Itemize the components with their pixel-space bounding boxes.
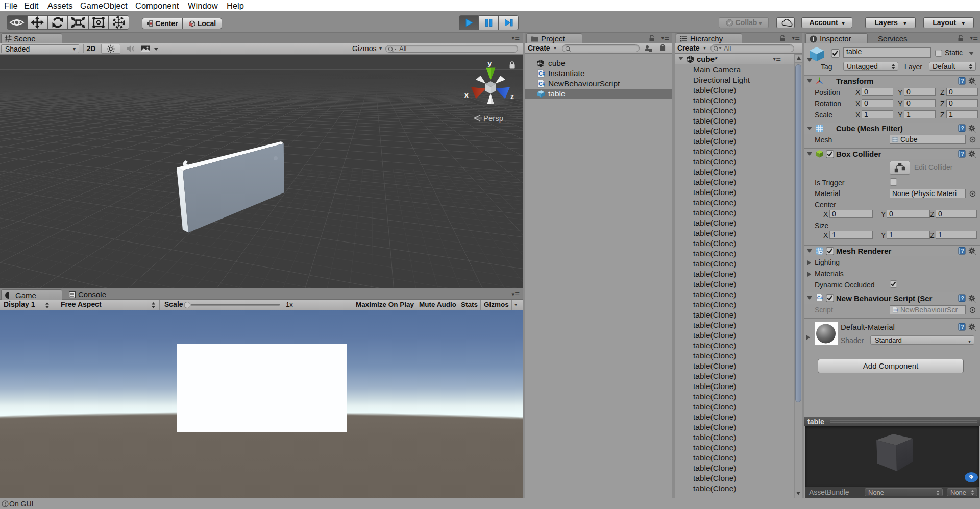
svg-text:x: x [464,91,469,99]
svg-text:z: z [510,92,514,101]
svg-text:?: ? [961,126,964,131]
svg-text:C#: C# [538,70,545,77]
svg-text:C#: C# [538,81,545,87]
svg-text:?: ? [961,248,964,254]
svg-text:C#: C# [817,295,823,300]
svg-text:y: y [487,59,492,67]
svg-text:?: ? [961,324,964,330]
svg-text:Persp: Persp [483,114,503,123]
svg-text:C#: C# [893,308,898,312]
svg-text:?: ? [961,151,964,157]
svg-text:?: ? [961,296,964,301]
svg-text:?: ? [961,78,964,84]
